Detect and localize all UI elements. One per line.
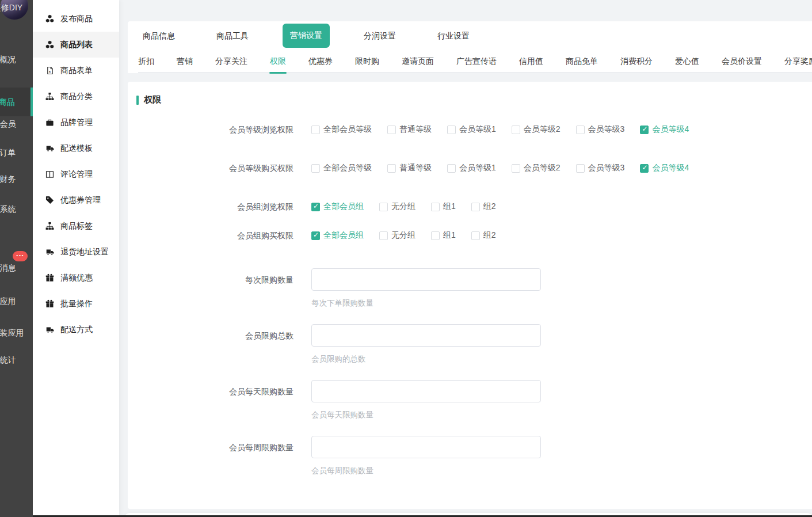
product-menu-item[interactable]: 满额优惠 (33, 265, 119, 291)
settings-tab-label: 商品信息 (143, 31, 175, 41)
product-menu-item[interactable]: 商品列表 (33, 32, 119, 58)
checkbox-option[interactable]: 全部会员等级 (311, 124, 372, 135)
checkbox-icon[interactable] (576, 164, 585, 173)
checkbox-icon[interactable] (512, 126, 520, 134)
checkbox-icon[interactable] (640, 164, 649, 173)
form-row: 会员等级购买权限 全部会员等级 普通等级 (128, 162, 812, 174)
checkbox-icon[interactable] (447, 164, 456, 173)
main-nav-item[interactable]: 系统 (0, 202, 33, 216)
checkbox-icon[interactable] (431, 231, 440, 240)
checkbox-icon[interactable] (311, 126, 320, 134)
checkbox-icon[interactable] (431, 203, 440, 211)
checkbox-icon[interactable] (512, 164, 520, 173)
product-menu-item[interactable]: x 商品表单 (33, 58, 119, 83)
marketing-subtab[interactable]: 邀请页面 (402, 50, 434, 73)
main-nav-item[interactable]: 商品 (0, 88, 33, 116)
marketing-subtab[interactable]: 信用值 (519, 50, 543, 73)
main-nav-item[interactable]: 消息 ... (0, 260, 33, 275)
main-nav-item[interactable]: 会员 (0, 116, 33, 131)
product-menu-item[interactable]: 商品分类 (33, 83, 119, 109)
product-menu-item[interactable]: 品牌管理 (33, 109, 119, 135)
checkbox-option-label: 组2 (483, 230, 496, 241)
checkbox-icon[interactable] (576, 126, 585, 134)
marketing-subtab[interactable]: 分享奖励 (784, 50, 812, 73)
checkbox-icon[interactable] (311, 231, 320, 240)
product-menu-item[interactable]: 评论管理 (33, 161, 119, 187)
checkbox-option[interactable]: 组1 (431, 230, 456, 241)
main-nav-item[interactable]: 安装应用 (0, 325, 33, 340)
quantity-input[interactable] (311, 436, 541, 458)
main-nav-item[interactable]: 应用 (0, 294, 33, 309)
checkbox-option[interactable]: 会员等级4 (640, 124, 689, 135)
checkbox-option[interactable]: 组2 (471, 202, 496, 212)
checkbox-option[interactable]: 会员等级1 (447, 163, 496, 173)
marketing-subtabs: 折扣 营销 分享关注 权限 优惠券 限时购 邀请页面 广告宣传语 (138, 50, 812, 73)
marketing-subtab[interactable]: 分享关注 (215, 50, 247, 73)
quantity-input[interactable] (311, 268, 541, 291)
main-nav-item[interactable]: 概况 (0, 52, 33, 67)
checkbox-icon[interactable] (311, 203, 320, 211)
product-menu-item[interactable]: 优惠券管理 (33, 187, 119, 213)
settings-tab-label: 营销设置 (283, 24, 330, 48)
marketing-subtab[interactable]: 优惠券 (308, 50, 333, 73)
main-content: 商品信息 商品工具 营销设置 分润设置 行业设置 折扣 营销 (119, 0, 812, 517)
settings-tab[interactable]: 营销设置 (290, 24, 364, 48)
marketing-subtab[interactable]: 折扣 (138, 50, 154, 73)
marketing-subtab[interactable]: 爱心值 (675, 50, 699, 73)
main-nav-item-label: 商品 (0, 97, 15, 107)
checkbox-icon[interactable] (471, 231, 480, 240)
checkbox-icon[interactable] (379, 203, 388, 211)
product-menu-item[interactable]: 配送方式 (33, 317, 119, 343)
settings-tab[interactable]: 商品信息 (143, 31, 216, 41)
checkbox-option[interactable]: 会员等级2 (512, 124, 561, 135)
checkbox-option[interactable]: 会员等级1 (447, 124, 496, 135)
marketing-subtab[interactable]: 消费积分 (620, 50, 653, 73)
settings-tab[interactable]: 商品工具 (216, 31, 290, 41)
checkbox-option[interactable]: 组2 (471, 230, 496, 241)
main-nav-item-label: 消息 (0, 263, 16, 272)
checkbox-option[interactable]: 无分组 (379, 230, 415, 241)
product-menu-item[interactable]: 商品标签 (33, 213, 119, 239)
checkbox-icon[interactable] (387, 164, 396, 173)
checkbox-icon[interactable] (471, 203, 480, 211)
main-nav-item[interactable]: 订单 (0, 145, 33, 160)
quantity-input[interactable] (311, 324, 541, 347)
marketing-subtab[interactable]: 广告宣传语 (456, 50, 497, 73)
marketing-subtab[interactable]: 营销 (177, 50, 193, 73)
checkbox-icon[interactable] (387, 126, 396, 134)
checkbox-option[interactable]: 普通等级 (387, 163, 432, 173)
checkbox-option[interactable]: 全部会员等级 (311, 163, 372, 173)
checkbox-option[interactable]: 普通等级 (387, 124, 432, 135)
product-menu-item[interactable]: 发布商品 (33, 6, 119, 32)
marketing-subtab[interactable]: 限时购 (355, 50, 379, 73)
product-menu-item[interactable]: 退货地址设置 (33, 239, 119, 265)
checkbox-option[interactable]: 组1 (431, 202, 456, 212)
settings-tab[interactable]: 行业设置 (437, 31, 511, 41)
marketing-subtab[interactable]: 商品免单 (566, 50, 598, 73)
checkbox-icon[interactable] (379, 231, 388, 240)
settings-tab[interactable]: 分润设置 (364, 31, 437, 41)
checkbox-option[interactable]: 会员等级2 (512, 163, 561, 173)
main-nav-item[interactable]: 统计 (0, 352, 33, 367)
marketing-subtab[interactable]: 会员价设置 (722, 50, 762, 73)
checkbox-option[interactable]: 会员等级4 (640, 163, 689, 173)
checkbox-icon[interactable] (640, 126, 649, 134)
main-nav-item[interactable]: 装修DIY (0, 0, 33, 15)
main-nav-item-label: 概况 (0, 55, 16, 64)
product-menu-item[interactable]: 配送模板 (33, 135, 119, 161)
checkbox-option[interactable]: 会员等级3 (576, 163, 625, 173)
quantity-input[interactable] (311, 380, 541, 402)
marketing-subtab[interactable]: 权限 (270, 50, 286, 73)
product-menu-item[interactable]: 批量操作 (33, 291, 119, 317)
product-menu-item-label: 配送方式 (60, 325, 93, 335)
checkbox-icon[interactable] (447, 126, 456, 134)
main-nav-item[interactable]: 财务 (0, 172, 33, 187)
checkbox-option[interactable]: 全部会员组 (311, 230, 364, 241)
checkbox-icon[interactable] (311, 164, 320, 173)
checkbox-option[interactable]: 无分组 (379, 202, 415, 212)
input-block: 会员限购的总数 (311, 324, 541, 364)
form-row: 会员组购买权限 全部会员组 无分组 (128, 230, 812, 241)
tag-icon (45, 196, 55, 205)
checkbox-option[interactable]: 全部会员组 (311, 202, 364, 212)
checkbox-option[interactable]: 会员等级3 (576, 124, 625, 135)
